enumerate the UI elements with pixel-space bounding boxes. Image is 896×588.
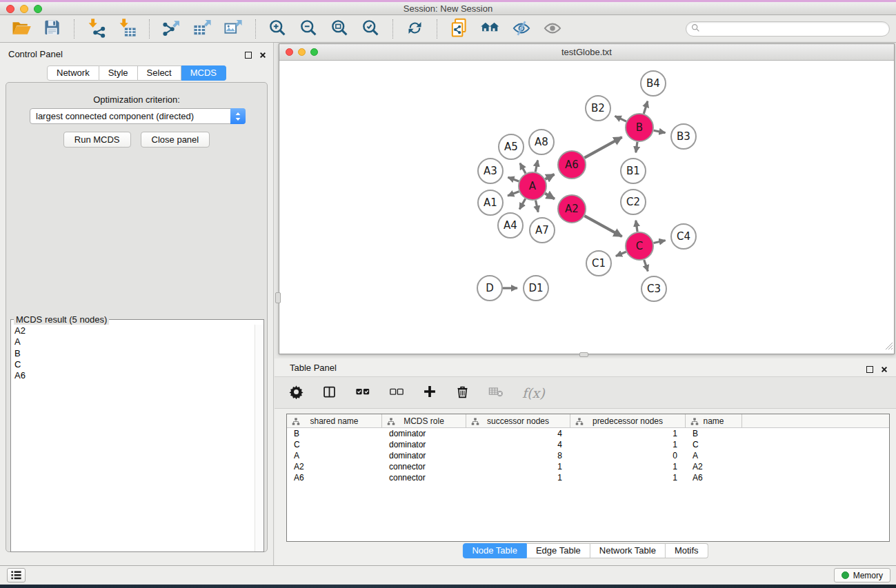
criterion-dropdown[interactable]: largest connected component (directed) [30,108,246,124]
graph-node-A2[interactable]: A2 [558,195,586,223]
graph-node-A5[interactable]: A5 [499,134,524,159]
graph-edge-C-C3[interactable] [644,260,648,272]
mcds-result-item[interactable]: B [11,348,263,359]
graph-edge-A-A7[interactable] [536,201,539,212]
tab-node-table[interactable]: Node Table [462,543,527,558]
network-minimize-button[interactable] [298,48,306,56]
close-table-panel-icon[interactable] [881,363,888,376]
table-cell[interactable]: A2 [686,462,742,472]
graph-node-C4[interactable]: C4 [671,224,696,249]
network-close-button[interactable] [286,48,293,56]
zoom-out-button[interactable] [293,17,324,41]
table-cell[interactable]: 1 [570,462,686,472]
graph-node-D[interactable]: D [477,276,502,301]
hide-graphics-button[interactable] [506,17,537,41]
table-row[interactable]: Bdominator41B [287,428,889,439]
table-cell[interactable]: 4 [466,429,570,438]
horizontal-divider-handle[interactable] [579,352,588,357]
refresh-view-button[interactable] [399,17,430,41]
table-cell[interactable]: 1 [466,462,570,472]
export-image-button[interactable] [218,17,249,41]
close-window-button[interactable] [6,5,14,13]
column-header-predecessor-nodes[interactable]: predecessor nodes [570,414,686,427]
tab-edge-table[interactable]: Edge Table [527,543,590,558]
select-all-rows-button[interactable] [355,384,370,401]
table-cell[interactable]: C [686,440,742,449]
table-cell[interactable]: A6 [686,473,742,483]
table-cell[interactable]: 1 [570,473,686,483]
graph-node-B2[interactable]: B2 [586,96,610,121]
mcds-result-item[interactable]: C [11,359,263,370]
graph-node-A3[interactable]: A3 [478,159,503,183]
table-cell[interactable]: 1 [570,429,686,438]
save-session-button[interactable] [37,17,68,41]
zoom-window-button[interactable] [34,5,42,13]
graph-edge-B-B1[interactable] [636,142,637,153]
table-cell[interactable]: A [287,451,382,460]
graph-node-B4[interactable]: B4 [641,71,666,96]
graph-edge-B-B3[interactable] [654,130,666,132]
table-row[interactable]: Cdominator41C [287,439,889,450]
add-column-button[interactable] [423,385,437,401]
table-row[interactable]: A6connector11A6 [287,472,889,483]
float-panel-icon[interactable] [245,52,252,59]
split-panel-button[interactable] [322,385,337,401]
table-cell[interactable]: 4 [466,440,570,449]
graph-edge-A-A5[interactable] [520,163,526,174]
graph-edge-B-B2[interactable] [615,116,627,121]
graph-node-C1[interactable]: C1 [586,251,611,276]
graph-node-B3[interactable]: B3 [671,124,696,149]
graph-edge-A-A6[interactable] [545,174,554,179]
tab-select[interactable]: Select [138,65,181,81]
show-graphics-button[interactable] [537,17,568,41]
deselect-all-rows-button[interactable] [389,384,404,401]
table-cell[interactable]: connector [382,462,466,472]
mcds-result-item[interactable]: A [11,336,263,347]
graph-node-A7[interactable]: A7 [530,218,555,243]
table-cell[interactable]: 1 [570,440,686,449]
graph-edge-C-C4[interactable] [654,241,666,243]
graph-edge-A-A4[interactable] [519,199,526,209]
graph-node-B[interactable]: B [626,114,653,141]
table-cell[interactable]: 0 [570,451,686,460]
mcds-result-item[interactable]: A6 [11,370,263,381]
delete-table-button[interactable] [488,384,504,401]
memory-button[interactable]: Memory [834,568,890,582]
zoom-in-button[interactable] [262,17,293,41]
close-panel-button[interactable]: Close panel [141,132,210,148]
export-table-button[interactable] [187,17,218,41]
graph-node-A4[interactable]: A4 [498,213,523,238]
table-cell[interactable]: dominator [382,451,466,460]
task-history-button[interactable] [7,568,26,582]
graph-edge-A-A8[interactable] [535,161,537,172]
close-panel-icon[interactable] [259,49,266,61]
search-box[interactable] [686,21,890,37]
column-header-name[interactable]: name [686,414,742,427]
column-header-mcds-role[interactable]: MCDS role [382,414,466,427]
table-cell[interactable]: B [287,429,382,438]
table-cell[interactable]: A [686,451,742,460]
delete-columns-button[interactable] [455,385,470,401]
graph-node-B1[interactable]: B1 [621,159,646,183]
open-session-button[interactable] [6,17,37,41]
graph-edge-A-A3[interactable] [508,177,519,181]
go-home-button[interactable] [475,17,506,41]
import-table-button[interactable] [112,17,143,41]
tab-motifs[interactable]: Motifs [666,543,708,558]
table-cell[interactable]: A2 [287,462,382,472]
graph-node-A8[interactable]: A8 [529,130,554,154]
table-row[interactable]: A2connector11A2 [287,461,889,472]
graph-node-D1[interactable]: D1 [524,276,548,301]
run-mcds-button[interactable]: Run MCDS [63,132,131,148]
apply-function-button[interactable]: f(x) [522,385,545,401]
minimize-window-button[interactable] [20,5,28,13]
table-options-button[interactable] [289,385,303,401]
import-network-button[interactable] [81,17,112,41]
column-header-successor-nodes[interactable]: successor nodes [466,414,570,427]
graph-edge-B-B4[interactable] [644,101,648,114]
table-cell[interactable]: C [287,440,382,449]
graph-edge-C-C1[interactable] [616,252,626,256]
zoom-selected-button[interactable] [355,17,386,41]
table-cell[interactable]: dominator [382,429,466,438]
graph-node-A6[interactable]: A6 [558,151,586,179]
